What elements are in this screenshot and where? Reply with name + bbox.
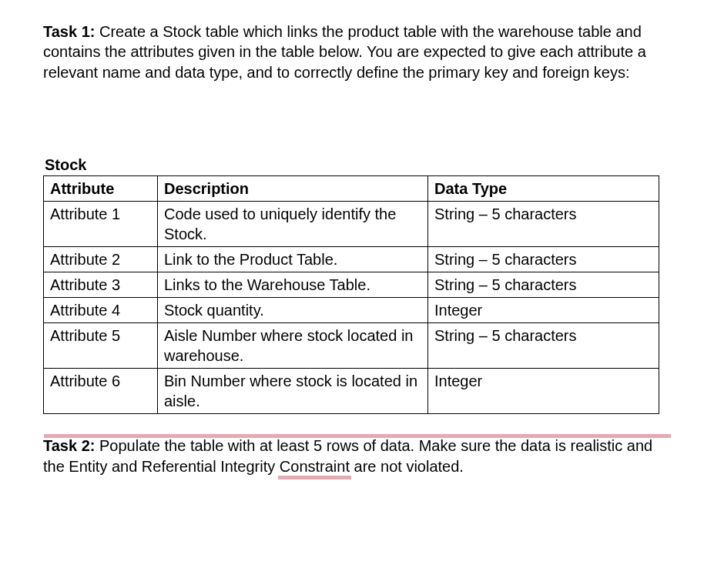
table-row: Attribute 4 Stock quantity. Integer (44, 298, 659, 323)
table-wrapper: Attribute Description Data Type Attribut… (43, 175, 664, 414)
task2-underlined-word: Constraint (280, 456, 350, 476)
col-description: Description (158, 176, 428, 202)
table-row: Attribute 1 Code used to uniquely identi… (44, 202, 659, 247)
cell-attr: Attribute 2 (44, 247, 158, 272)
cell-type: String – 5 characters (428, 272, 659, 298)
col-datatype: Data Type (428, 176, 659, 202)
spacer (43, 82, 664, 156)
cell-desc: Bin Number where stock is located in ais… (158, 369, 428, 414)
cell-attr: Attribute 1 (44, 202, 158, 247)
col-attribute: Attribute (44, 176, 158, 202)
table-header-row: Attribute Description Data Type (44, 176, 659, 202)
task1-paragraph: Task 1: Create a Stock table which links… (43, 22, 664, 82)
table-body: Attribute 1 Code used to uniquely identi… (44, 202, 659, 414)
cell-type: String – 5 characters (428, 323, 659, 369)
stock-table: Attribute Description Data Type Attribut… (43, 175, 659, 414)
cell-attr: Attribute 6 (44, 369, 158, 414)
task1-label: Task 1: (43, 23, 95, 40)
cell-type: String – 5 characters (428, 202, 659, 247)
table-row: Attribute 5 Aisle Number where stock loc… (44, 323, 659, 369)
cell-attr: Attribute 4 (44, 298, 158, 323)
document-page: Task 1: Create a Stock table which links… (0, 0, 704, 513)
highlight-underline-icon (44, 434, 671, 438)
cell-desc: Link to the Product Table. (158, 247, 428, 272)
task2-label: Task 2: (43, 437, 95, 454)
table-title: Stock (43, 156, 664, 174)
table-row: Attribute 6 Bin Number where stock is lo… (44, 369, 659, 414)
cell-type: Integer (428, 298, 659, 323)
cell-attr: Attribute 3 (44, 272, 158, 298)
table-row: Attribute 3 Links to the Warehouse Table… (44, 272, 659, 298)
cell-desc: Links to the Warehouse Table. (158, 272, 428, 298)
cell-desc: Aisle Number where stock located in ware… (158, 323, 428, 369)
cell-type: String – 5 characters (428, 247, 659, 272)
task1-text: Create a Stock table which links the pro… (43, 23, 646, 81)
cell-desc: Code used to uniquely identify the Stock… (158, 202, 428, 247)
task2-paragraph: Task 2: Populate the table with at least… (43, 436, 664, 476)
task2-text-after: are not violated. (350, 458, 464, 475)
cell-attr: Attribute 5 (44, 323, 158, 369)
cell-type: Integer (428, 369, 659, 414)
cell-desc: Stock quantity. (158, 298, 428, 323)
table-row: Attribute 2 Link to the Product Table. S… (44, 247, 659, 272)
